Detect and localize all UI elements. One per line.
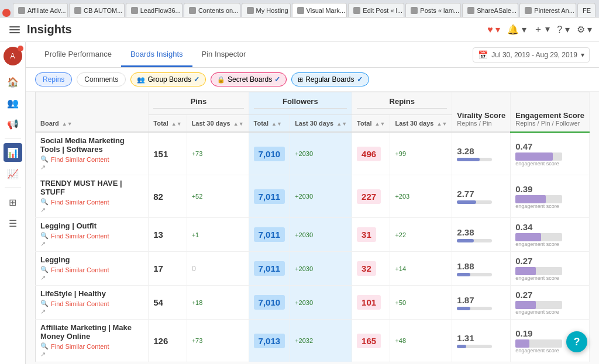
- check-icon-3: ✓: [357, 75, 363, 84]
- main-layout: A 🏠 👥 📢 📊 📈 ⊞ ☰ Profile Performance Boar…: [0, 42, 599, 364]
- find-similar-btn[interactable]: 🔍 Find Similar Content: [40, 232, 143, 240]
- group-icon: 👥: [137, 76, 145, 84]
- gear-icon[interactable]: ⚙ ▾: [577, 24, 592, 35]
- browser-tab-10[interactable]: FE: [577, 3, 595, 17]
- regular-boards-filter[interactable]: ⊞ Regular Boards ✓: [291, 72, 369, 86]
- tab-profile-performance[interactable]: Profile Performance: [35, 43, 121, 67]
- external-link-icon[interactable]: ↗: [40, 351, 46, 358]
- th-repins-last30[interactable]: Last 30 days ▲▼: [390, 115, 452, 133]
- help-button[interactable]: ?: [566, 331, 587, 352]
- table-row: TRENDY MUST HAVE | STUFF 🔍 Find Similar …: [36, 175, 590, 218]
- browser-tab-6[interactable]: Edit Post « l...: [348, 3, 404, 17]
- external-link-icon[interactable]: ↗: [40, 240, 46, 247]
- sidebar: A 🏠 👥 📢 📊 📈 ⊞ ☰: [0, 42, 26, 364]
- content-area: Profile Performance Boards Insights Pin …: [26, 42, 599, 364]
- page-title: Insights: [27, 23, 483, 36]
- tab-bar: Profile Performance Boards Insights Pin …: [26, 42, 599, 68]
- th-board[interactable]: Board ▲▼: [36, 92, 149, 133]
- boards-insights-table: Board ▲▼ Pins Followers Repins: [35, 92, 590, 362]
- th-pins-last30[interactable]: Last 30 days ▲▼: [187, 115, 249, 133]
- filter-bar: Repins Comments 👥 Group Boards ✓ 🔒 Secre…: [26, 68, 599, 92]
- th-repins-group: Repins: [352, 92, 452, 115]
- table-row: Social Media Marketing Tools | Softwares…: [36, 132, 590, 175]
- group-boards-filter[interactable]: 👥 Group Boards ✓: [130, 72, 206, 86]
- tab-boards-insights[interactable]: Boards Insights: [121, 43, 192, 67]
- table-row: Legging | Outfit 🔍 Find Similar Content …: [36, 218, 590, 252]
- date-range-picker[interactable]: 📅 Jul 30, 2019 - Aug 29, 2019 ▾: [473, 47, 590, 63]
- sidebar-item-megaphone[interactable]: 📢: [4, 115, 22, 133]
- sidebar-divider: [5, 138, 21, 138]
- table-wrapper: Board ▲▼ Pins Followers Repins: [26, 92, 599, 364]
- app-header: Insights ♥ ▾ 🔔 ▾ ＋ ▾ ? ▾ ⚙ ▾: [0, 18, 599, 42]
- bell-icon[interactable]: 🔔 ▾: [507, 24, 526, 35]
- plus-icon[interactable]: ＋ ▾: [533, 23, 550, 36]
- external-link-icon[interactable]: ↗: [40, 274, 46, 281]
- board-icon: ⊞: [298, 76, 303, 84]
- sidebar-item-home[interactable]: 🏠: [4, 72, 22, 91]
- sidebar-item-users[interactable]: 👥: [4, 93, 22, 112]
- th-pins-group: Pins: [149, 92, 249, 115]
- calendar-icon: 📅: [478, 50, 488, 60]
- external-link-icon[interactable]: ↗: [40, 206, 46, 213]
- sidebar-divider-2: [5, 188, 21, 188]
- secret-boards-filter[interactable]: 🔒 Secret Boards ✓: [211, 72, 287, 86]
- external-link-icon[interactable]: ↗: [40, 164, 46, 171]
- check-icon: ✓: [194, 75, 199, 84]
- browser-tab-9[interactable]: Pinterest An...: [519, 3, 576, 17]
- th-virality[interactable]: Virality Score Repins / Pin: [452, 92, 511, 133]
- chevron-down-icon: ▾: [581, 51, 584, 59]
- browser-tab-5[interactable]: Visual Mark...: [292, 3, 347, 17]
- avatar[interactable]: A: [4, 47, 22, 65]
- tab-pin-inspector[interactable]: Pin Inspector: [192, 43, 256, 67]
- browser-tabs-bar: Affiliate Adv... CB AUTOM... LeadFlow36.…: [0, 0, 599, 18]
- th-followers-group: Followers: [249, 92, 352, 115]
- sidebar-item-chart[interactable]: 📊: [4, 143, 22, 162]
- browser-tab-2[interactable]: LeadFlow36...: [126, 3, 183, 17]
- hamburger-menu[interactable]: [7, 24, 22, 36]
- th-engagement[interactable]: Engagement Score Repins / Pin / Follower: [511, 92, 590, 133]
- browser-tab-8[interactable]: ShareASale...: [462, 3, 518, 17]
- notification-badge: [18, 46, 23, 51]
- browser-tab-1[interactable]: CB AUTOM...: [69, 3, 125, 17]
- lock-icon: 🔒: [217, 76, 225, 84]
- browser-tab-0[interactable]: Affiliate Adv...: [13, 3, 68, 17]
- repins-filter-btn[interactable]: Repins: [35, 72, 72, 86]
- comments-filter-btn[interactable]: Comments: [77, 72, 126, 86]
- browser-tab-4[interactable]: My Hosting: [242, 3, 291, 17]
- find-similar-btn[interactable]: 🔍 Find Similar Content: [40, 266, 143, 273]
- table-row: Affiliate Marketing | Make Money Online …: [36, 320, 590, 362]
- find-similar-btn[interactable]: 🔍 Find Similar Content: [40, 342, 143, 350]
- tabs: Profile Performance Boards Insights Pin …: [35, 43, 255, 67]
- header-icons: ♥ ▾ 🔔 ▾ ＋ ▾ ? ▾ ⚙ ▾: [487, 23, 592, 36]
- check-icon-2: ✓: [274, 75, 280, 84]
- sidebar-item-settings[interactable]: ☰: [4, 214, 22, 233]
- browser-tab-3[interactable]: Contents on...: [184, 3, 240, 17]
- external-link-icon[interactable]: ↗: [40, 308, 46, 315]
- help-icon[interactable]: ? ▾: [557, 24, 569, 35]
- th-followers-last30[interactable]: Last 30 days ▲▼: [290, 115, 352, 133]
- find-similar-btn[interactable]: 🔍 Find Similar Content: [40, 155, 143, 163]
- table-row: LifeStyle | Healthy 🔍 Find Similar Conte…: [36, 286, 590, 320]
- browser-tab-7[interactable]: Posts « lam...: [405, 3, 461, 17]
- sort-arrow-board: ▲▼: [62, 121, 73, 127]
- close-icon[interactable]: [2, 9, 11, 17]
- th-repins-total[interactable]: Total ▲▼: [352, 115, 390, 133]
- table-row: Legging 🔍 Find Similar Content ↗ 1707,01…: [36, 252, 590, 286]
- sidebar-item-grid[interactable]: ⊞: [4, 193, 22, 212]
- th-followers-total[interactable]: Total ▲▼: [249, 115, 290, 133]
- find-similar-btn[interactable]: 🔍 Find Similar Content: [40, 300, 143, 307]
- sidebar-item-analytics[interactable]: 📈: [4, 164, 22, 183]
- heart-icon[interactable]: ♥ ▾: [487, 24, 500, 35]
- find-similar-btn[interactable]: 🔍 Find Similar Content: [40, 198, 143, 206]
- th-pins-total[interactable]: Total ▲▼: [149, 115, 187, 133]
